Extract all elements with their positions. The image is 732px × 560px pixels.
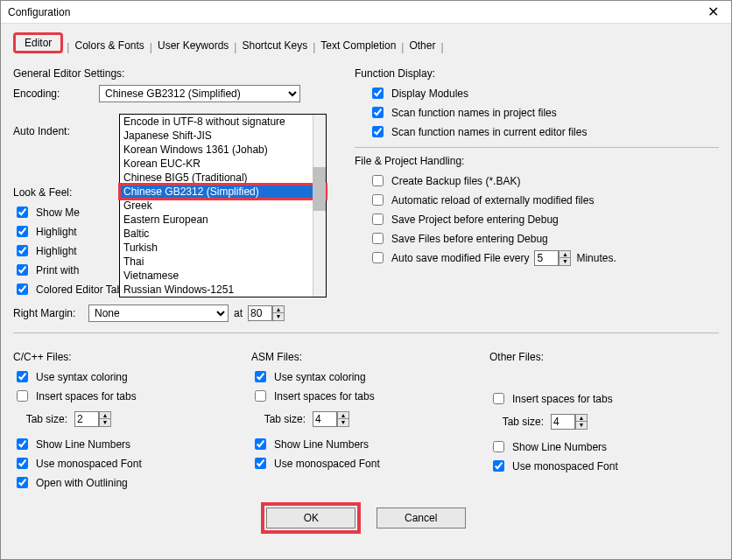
chevron-up-icon[interactable]: ▲ [560,251,570,258]
cc-spaces-checkbox[interactable]: Insert spaces for tabs [13,388,243,404]
cc-tab-size-label: Tab size: [13,413,67,425]
encoding-option[interactable]: Chinese BIG5 (Traditional) [120,171,326,185]
chevron-down-icon[interactable]: ▼ [560,258,570,265]
main-content: General Editor Settings: Encoding: Chine… [1,53,731,326]
asm-syntax-checkbox[interactable]: Use syntax coloring [251,368,481,385]
tab-editor[interactable]: Editor [13,32,63,53]
other-line-numbers-checkbox[interactable]: Show Line Numbers [489,438,719,455]
right-panel: Function Display: Display Modules Scan f… [355,60,719,326]
scrollbar[interactable] [313,115,326,297]
other-spaces-checkbox[interactable]: Insert spaces for tabs [489,390,719,407]
file-project-label: File & Project Handling: [355,155,719,167]
encoding-option-selected[interactable]: Chinese GB2312 (Simplified) [120,185,326,199]
titlebar: Configuration ✕ [1,1,731,24]
cc-outlining-checkbox[interactable]: Open with Outlining [13,474,243,491]
button-row: OK Cancel [1,497,731,539]
chevron-up-icon[interactable]: ▲ [273,306,284,313]
encoding-option[interactable]: Korean EUC-KR [120,157,326,171]
encoding-option[interactable]: Encode in UTF-8 without signature [120,115,326,129]
cc-monospaced-checkbox[interactable]: Use monospaced Font [13,455,243,472]
auto-save-checkbox[interactable]: Auto save modified File every ▲▼ Minutes… [369,249,719,266]
right-margin-label: Right Margin: [13,307,83,319]
file-columns: C/C++ Files: Use syntax coloring Insert … [1,340,731,497]
encoding-option[interactable]: Vietnamese [120,269,326,283]
auto-indent-label: Auto Indent: [13,125,94,137]
close-icon[interactable]: ✕ [702,4,724,20]
chevron-down-icon[interactable]: ▼ [273,313,284,320]
encoding-label: Encoding: [13,88,94,100]
window-title: Configuration [8,6,702,18]
asm-monospaced-checkbox[interactable]: Use monospaced Font [251,455,481,472]
tab-user-keywords[interactable]: User Keywords [154,38,232,53]
tab-other[interactable]: Other [405,38,439,53]
cc-tab-size-spinner[interactable]: ▲▼ [74,411,111,427]
asm-tab-size-spinner[interactable]: ▲▼ [313,411,349,427]
scan-editor-checkbox[interactable]: Scan function names in current editor fi… [369,123,719,140]
tab-colors-fonts[interactable]: Colors & Fonts [71,38,147,53]
tab-shortcut-keys[interactable]: Shortcut Keys [238,38,311,53]
asm-spaces-checkbox[interactable]: Insert spaces for tabs [251,388,481,404]
display-modules-checkbox[interactable]: Display Modules [369,85,719,102]
other-tab-size-spinner[interactable]: ▲▼ [551,414,588,430]
cc-files-label: C/C++ Files: [13,351,243,363]
tab-text-completion[interactable]: Text Completion [317,38,399,53]
cancel-button[interactable]: Cancel [377,508,466,528]
cc-syntax-checkbox[interactable]: Use syntax coloring [13,368,243,385]
other-files-label: Other Files: [489,351,719,363]
general-editor-label: General Editor Settings: [13,67,346,80]
save-project-checkbox[interactable]: Save Project before entering Debug [369,211,719,228]
encoding-option[interactable]: Japanese Shift-JIS [120,129,326,143]
other-files-col: Other Files: Insert spaces for tabs Tab … [489,344,719,494]
tabs: Editor | Colors & Fonts | User Keywords … [1,24,731,53]
auto-save-spinner[interactable]: ▲▼ [534,250,571,266]
config-window: Configuration ✕ Editor | Colors & Fonts … [0,0,732,560]
encoding-option[interactable]: Russian Windows-1251 [120,283,326,297]
encoding-option[interactable]: Turkish [120,241,326,255]
encoding-option[interactable]: Baltic [120,227,326,241]
encoding-select[interactable]: Chinese GB2312 (Simplified) [99,85,300,102]
asm-files-col: ASM Files: Use syntax coloring Insert sp… [251,344,481,494]
asm-files-label: ASM Files: [251,351,481,363]
other-tab-size-label: Tab size: [489,416,544,428]
cc-files-col: C/C++ Files: Use syntax coloring Insert … [13,344,243,494]
at-spinner[interactable]: ▲▼ [248,305,285,321]
cc-line-numbers-checkbox[interactable]: Show Line Numbers [13,436,243,452]
right-margin-select[interactable]: None [88,304,229,322]
asm-tab-size-label: Tab size: [251,413,306,425]
encoding-dropdown[interactable]: Encode in UTF-8 without signature Japane… [119,114,327,298]
asm-line-numbers-checkbox[interactable]: Show Line Numbers [251,436,481,452]
encoding-option[interactable]: Greek [120,199,326,213]
save-files-checkbox[interactable]: Save Files before entering Debug [369,230,719,247]
ok-button[interactable]: OK [266,508,355,528]
auto-reload-checkbox[interactable]: Automatic reload of externally modified … [369,192,719,208]
scan-project-checkbox[interactable]: Scan function names in project files [369,104,719,121]
encoding-option[interactable]: Eastern European [120,213,326,227]
other-monospaced-checkbox[interactable]: Use monospaced Font [489,458,719,474]
create-backup-checkbox[interactable]: Create Backup files (*.BAK) [369,172,719,189]
at-label: at [234,307,243,319]
encoding-option[interactable]: Thai [120,255,326,269]
function-display-label: Function Display: [355,67,719,80]
encoding-option[interactable]: Korean Windows 1361 (Johab) [120,143,326,157]
scrollbar-thumb[interactable] [313,167,326,211]
